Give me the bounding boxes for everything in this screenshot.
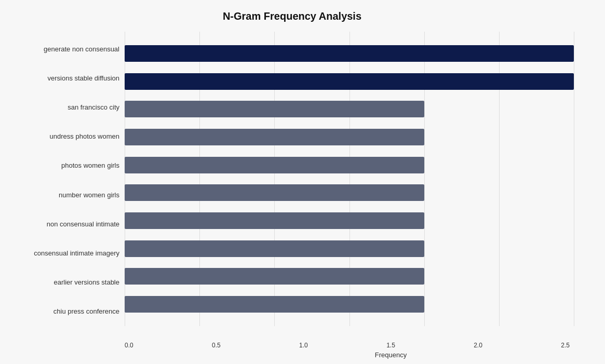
y-label: earlier versions stable [54,279,119,286]
grid-line [574,32,574,326]
bar-row [125,265,574,287]
x-tick: 1.5 [386,342,395,349]
y-label: san francisco city [68,104,119,111]
bar [125,157,424,173]
bar [125,45,574,62]
bar [125,101,424,117]
bar-row [125,71,574,92]
y-label: versions stable diffusion [47,75,119,82]
bar [125,129,424,145]
bar-row [125,154,574,176]
bar-row [125,126,574,148]
bar [125,240,424,257]
bar-row [125,238,574,260]
chart-title: N-Gram Frequency Analysis [10,10,574,22]
y-axis: generate non consensualversions stable d… [10,32,125,342]
y-label: photos women girls [61,162,119,169]
bar-row [125,182,574,204]
y-label: non consensual intimate [47,221,119,227]
x-tick: 1.0 [299,342,308,349]
y-label: generate non consensual [44,46,119,52]
bar [125,184,424,201]
y-label: number women girls [59,192,119,198]
x-axis: 0.00.51.01.52.02.53.0 Frequency [125,342,605,359]
y-label: undress photos women [50,133,119,140]
bar-row [125,43,574,64]
bar-row [125,98,574,120]
bars-area [125,32,574,342]
x-tick: 0.5 [212,342,221,349]
bar [125,73,574,90]
bar-row [125,210,574,232]
x-tick: 0.0 [125,342,133,349]
x-axis-label: Frequency [125,351,605,359]
bar-row [125,293,574,315]
bar [125,212,424,229]
chart-container: N-Gram Frequency Analysis generate non c… [0,0,605,364]
bar [125,296,424,313]
y-label: chiu press conference [53,308,119,315]
x-tick: 2.0 [474,342,482,349]
bar [125,268,424,285]
y-label: consensual intimate imagery [34,250,119,257]
x-tick: 2.5 [561,342,570,349]
